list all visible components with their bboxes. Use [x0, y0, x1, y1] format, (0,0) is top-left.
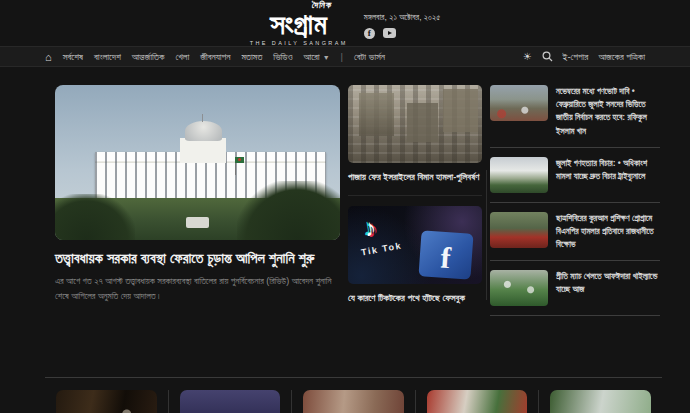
bottom-article-2[interactable] — [168, 390, 292, 413]
header-meta: মঙ্গলবার, ২১ অক্টোবর, ২০২৫ f — [364, 8, 440, 39]
sidebar-article-2[interactable]: জুলাই গণহত্যার বিচার: • অধিকাংশ মামলা যা… — [490, 157, 660, 203]
lead-article-image[interactable] — [55, 85, 340, 240]
nav-item-lifestyle[interactable]: জীবনযাপন — [200, 51, 230, 63]
nav-item-latest[interactable]: সর্বশেষ — [63, 51, 83, 63]
nav-separator: | — [341, 51, 343, 62]
sidebar-article-3[interactable]: ছাত্রশিবিরের কুরআন প্রশিক্ষণ প্রোগ্রামে … — [490, 212, 660, 262]
dome-finial — [202, 114, 203, 122]
nav-item-bangladesh[interactable]: বাংলাদেশ — [94, 51, 121, 63]
article-thumbnail — [550, 390, 651, 413]
tiktok-article-image[interactable]: ♪ Tik Tok f — [348, 206, 482, 284]
nav-item-opinion[interactable]: মতামত — [242, 51, 263, 63]
column-divider — [486, 170, 487, 300]
sidebar-article-title[interactable]: জুলাই গণহত্যার বিচার: • অধিকাংশ মামলা যা… — [556, 157, 660, 193]
fountain — [186, 217, 209, 228]
facebook-icon[interactable]: f — [364, 28, 375, 39]
tiktok-article-title[interactable]: যে কারণে টিকটকের পথে হাঁটছে ফেসবুক — [348, 291, 482, 305]
theme-toggle-icon[interactable]: ☀ — [523, 51, 532, 62]
gaza-article-title[interactable]: গাজায় ফের ইসরাইলের বিমান হামলা-গুলিবর্ষ… — [348, 170, 482, 184]
building-dome — [185, 121, 222, 141]
sidebar-article-title[interactable]: প্রীতি ম্যাচ খেলতে আফঈদারা থাইল্যান্ডে য… — [556, 270, 660, 306]
article-thumbnail — [490, 157, 548, 193]
social-links: f — [364, 28, 440, 39]
youtube-icon[interactable] — [383, 28, 396, 38]
sidebar-article-title[interactable]: ছাত্রশিবিরের কুরআন প্রশিক্ষণ প্রোগ্রামে … — [556, 212, 660, 252]
nav-right: ☀ ই-পেপার আজকের পত্রিকা — [523, 51, 645, 63]
secondary-column: গাজায় ফের ইসরাইলের বিমান হামলা-গুলিবর্ষ… — [348, 85, 482, 325]
search-icon[interactable] — [542, 51, 553, 62]
chevron-down-icon: ▼ — [323, 54, 330, 61]
nav-item-international[interactable]: আন্তর্জাতিক — [132, 51, 165, 63]
nav-item-todays-paper[interactable]: আজকের পত্রিকা — [598, 51, 645, 63]
lead-article-excerpt: এর আগে গত ২৭ আগস্ট তত্ত্বাবধায়ক সরকারব্… — [55, 274, 340, 303]
brand-logo[interactable]: দৈনিক সংগ্রাম THE DAILY SANGRAM — [250, 0, 348, 47]
sidebar: নভেম্বরের মধ্যে গণভোট দাবি • ফেব্রুয়ারি… — [490, 85, 660, 325]
bottom-article-3[interactable] — [291, 390, 415, 413]
lead-article-title[interactable]: তত্ত্বাবধায়ক সরকার ব্যবস্থা ফেরাতে চূড়… — [55, 248, 340, 268]
nav-item-more[interactable]: আরো▼ — [304, 51, 330, 63]
nav-item-epaper[interactable]: ই-পেপার — [563, 51, 589, 63]
nav-left: ⌂ সর্বশেষ বাংলাদেশ আন্তর্জাতিক খেলা জীবন… — [45, 51, 523, 63]
bush-left — [55, 194, 135, 241]
brand-top-label: দৈনিক — [295, 1, 348, 10]
article-thumbnail — [427, 390, 528, 413]
article-thumbnail — [56, 390, 157, 413]
bottom-article-5[interactable] — [538, 390, 662, 413]
home-icon[interactable]: ⌂ — [45, 51, 52, 63]
article-thumbnail — [490, 270, 548, 306]
lead-article[interactable]: তত্ত্বাবধায়ক সরকার ব্যবস্থা ফেরাতে চূড়… — [55, 85, 340, 325]
bush-right — [237, 181, 340, 240]
facebook-tile: f — [418, 230, 473, 280]
tiktok-label: Tik Tok — [360, 241, 402, 258]
sidebar-article-title[interactable]: নভেম্বরের মধ্যে গণভোট দাবি • ফেব্রুয়ারি… — [556, 85, 660, 138]
main-navigation: ⌂ সর্বশেষ বাংলাদেশ আন্তর্জাতিক খেলা জীবন… — [0, 46, 690, 67]
nav-item-sports[interactable]: খেলা — [175, 51, 189, 63]
gaza-article-image[interactable] — [348, 85, 482, 163]
bottom-article-4[interactable] — [415, 390, 539, 413]
date-text: মঙ্গলবার, ২১ অক্টোবর, ২০২৫ — [364, 12, 440, 23]
article-tiktok[interactable]: ♪ Tik Tok f যে কারণে টিকটকের পথে হাঁটছে … — [348, 195, 482, 305]
header: দৈনিক সংগ্রাম THE DAILY SANGRAM মঙ্গলবার… — [0, 0, 690, 46]
sidebar-article-4[interactable]: প্রীতি ম্যাচ খেলতে আফঈদারা থাইল্যান্ডে য… — [490, 270, 660, 316]
article-thumbnail — [303, 390, 404, 413]
nav-item-beta[interactable]: বেটা ভার্সন — [354, 51, 385, 63]
article-thumbnail — [490, 85, 548, 121]
nav-item-video[interactable]: ভিডিও — [273, 51, 292, 63]
sidebar-article-1[interactable]: নভেম্বরের মধ্যে গণভোট দাবি • ফেব্রুয়ারি… — [490, 85, 660, 148]
bottom-article-strip — [45, 377, 662, 413]
brand-main-label: সংগ্রাম — [250, 10, 348, 39]
main-content: তত্ত্বাবধায়ক সরকার ব্যবস্থা ফেরাতে চূড়… — [55, 85, 660, 325]
facebook-logo-icon: f — [440, 241, 452, 276]
building-tower — [180, 138, 226, 163]
bottom-article-1[interactable] — [45, 390, 168, 413]
article-thumbnail — [180, 390, 281, 413]
article-thumbnail — [490, 212, 548, 248]
bangladesh-flag — [235, 157, 244, 163]
page: দৈনিক সংগ্রাম THE DAILY SANGRAM মঙ্গলবার… — [0, 0, 690, 413]
more-label: আরো — [304, 51, 320, 62]
tiktok-logo-icon: ♪ — [362, 213, 379, 243]
article-gaza[interactable]: গাজায় ফের ইসরাইলের বিমান হামলা-গুলিবর্ষ… — [348, 85, 482, 184]
